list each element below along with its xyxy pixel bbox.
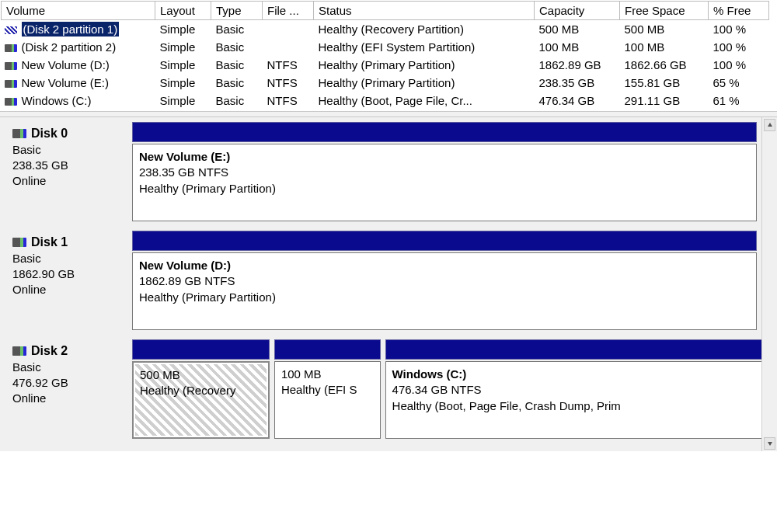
svg-marker-0 [768,123,772,127]
col-free[interactable]: Free Space [620,2,709,20]
partition-status: Healthy (Recovery [140,383,262,398]
volume-fs [263,20,314,39]
volume-layout: Simple [155,20,211,39]
volume-layout: Simple [155,92,211,110]
volume-status: Healthy (Primary Partition) [314,74,535,92]
volume-table[interactable]: Volume Layout Type File ... Status Capac… [1,1,769,110]
volume-fs: NTFS [263,74,314,92]
column-header-row: Volume Layout Type File ... Status Capac… [2,2,769,20]
disk-state: Online [12,391,127,406]
allocation-bar [132,231,757,251]
partition-size: 500 MB [140,367,262,383]
disk-partitions: 500 MBHealthy (Recovery100 MBHealthy (EF… [132,339,757,439]
volume-name: Windows (C:) [22,94,92,107]
table-row[interactable]: New Volume (E:)SimpleBasicNTFSHealthy (P… [2,74,769,92]
disk-type: Basic [12,142,127,158]
volume-status: Healthy (EFI System Partition) [314,38,535,56]
disk-size: 238.35 GB [12,158,127,173]
partition-title: New Volume (D:) [139,258,750,273]
disk-name: Disk 2 [31,344,68,357]
volume-type: Basic [211,92,263,110]
partition-size: 476.34 GB NTFS [392,382,759,398]
disk-state: Online [12,282,127,297]
col-layout[interactable]: Layout [155,2,211,20]
disk-map-pane: Disk 0Basic238.35 GBOnlineNew Volume (E:… [0,117,761,451]
table-row[interactable]: (Disk 2 partition 1)SimpleBasicHealthy (… [2,20,769,39]
partition-status: Healthy (Primary Partition) [139,181,750,196]
partition-status: Healthy (Primary Partition) [139,290,750,305]
partition-size: 100 MB [281,367,374,382]
disk-type: Basic [12,360,127,375]
volume-pct: 100 % [709,20,769,39]
drive-icon [5,80,17,88]
partition-status: Healthy (Boot, Page File, Crash Dump, Pr… [392,398,759,414]
volume-free: 500 MB [620,20,709,39]
volume-type: Basic [211,20,263,39]
partition-status: Healthy (EFI S [281,382,374,398]
disk-row: Disk 0Basic238.35 GBOnlineNew Volume (E:… [0,117,761,226]
volume-pct: 100 % [709,38,769,56]
volume-type: Basic [211,38,263,56]
volume-free: 1862.66 GB [620,56,709,74]
disk-size: 476.92 GB [12,375,127,391]
drive-icon [5,62,17,70]
disk-name: Disk 0 [31,127,68,140]
volume-capacity: 500 MB [535,20,620,39]
partition-block[interactable]: New Volume (E:)238.35 GB NTFSHealthy (Pr… [132,144,757,221]
partition-block[interactable]: 500 MBHealthy (Recovery [132,361,270,439]
col-filesys[interactable]: File ... [263,2,314,20]
col-volume[interactable]: Volume [2,2,155,20]
disk-icon [12,238,26,247]
volume-pct: 61 % [709,92,769,110]
scroll-up-arrow-icon[interactable] [764,119,775,131]
volume-name: New Volume (D:) [22,58,110,71]
volume-type: Basic [211,74,263,92]
col-pct[interactable]: % Free [709,2,769,20]
disk-name: Disk 1 [31,235,68,249]
partition-title: New Volume (E:) [139,149,750,165]
volume-status: Healthy (Boot, Page File, Cr... [314,92,535,110]
disk-partitions: New Volume (E:)238.35 GB NTFSHealthy (Pr… [132,122,757,221]
volume-type: Basic [211,56,263,74]
disk-state: Online [12,173,127,189]
volume-fs: NTFS [263,92,314,110]
disk-partitions: New Volume (D:)1862.89 GB NTFSHealthy (P… [132,231,757,330]
volume-layout: Simple [155,74,211,92]
partition-block[interactable]: Windows (C:)476.34 GB NTFSHealthy (Boot,… [385,361,766,439]
col-type[interactable]: Type [211,2,263,20]
volume-layout: Simple [155,56,211,74]
disk-row: Disk 2Basic476.92 GBOnline500 MBHealthy … [0,335,761,443]
volume-capacity: 100 MB [535,38,620,56]
disk-icon [12,129,26,138]
volume-free: 291.11 GB [620,92,709,110]
vertical-scrollbar[interactable] [761,117,777,451]
scroll-down-arrow-icon[interactable] [764,437,775,450]
volume-capacity: 1862.89 GB [535,56,620,74]
drive-icon [5,26,17,34]
volume-name: New Volume (E:) [22,76,110,89]
allocation-bar [132,339,757,360]
volume-name: (Disk 2 partition 1) [22,22,120,37]
table-row[interactable]: New Volume (D:)SimpleBasicNTFSHealthy (P… [2,56,769,74]
col-capacity[interactable]: Capacity [535,2,620,20]
partition-block[interactable]: New Volume (D:)1862.89 GB NTFSHealthy (P… [132,252,757,330]
volume-free: 155.81 GB [620,74,709,92]
table-row[interactable]: (Disk 2 partition 2)SimpleBasicHealthy (… [2,38,769,56]
pane-splitter[interactable] [0,111,777,117]
volume-layout: Simple [155,38,211,56]
disk-type: Basic [12,251,127,266]
partition-title: Windows (C:) [392,367,759,382]
volume-status: Healthy (Primary Partition) [314,56,535,74]
disk-size: 1862.90 GB [12,266,127,282]
disk-info: Disk 1Basic1862.90 GBOnline [5,231,132,330]
col-status[interactable]: Status [314,2,535,20]
volume-name: (Disk 2 partition 2) [22,40,117,54]
volume-capacity: 238.35 GB [535,74,620,92]
disk-icon [12,346,26,356]
table-row[interactable]: Windows (C:)SimpleBasicNTFSHealthy (Boot… [2,92,769,110]
volume-pct: 100 % [709,56,769,74]
partition-block[interactable]: 100 MBHealthy (EFI S [274,361,381,439]
drive-icon [5,98,17,106]
volume-fs [263,38,314,56]
disk-row: Disk 1Basic1862.90 GBOnlineNew Volume (D… [0,226,761,335]
